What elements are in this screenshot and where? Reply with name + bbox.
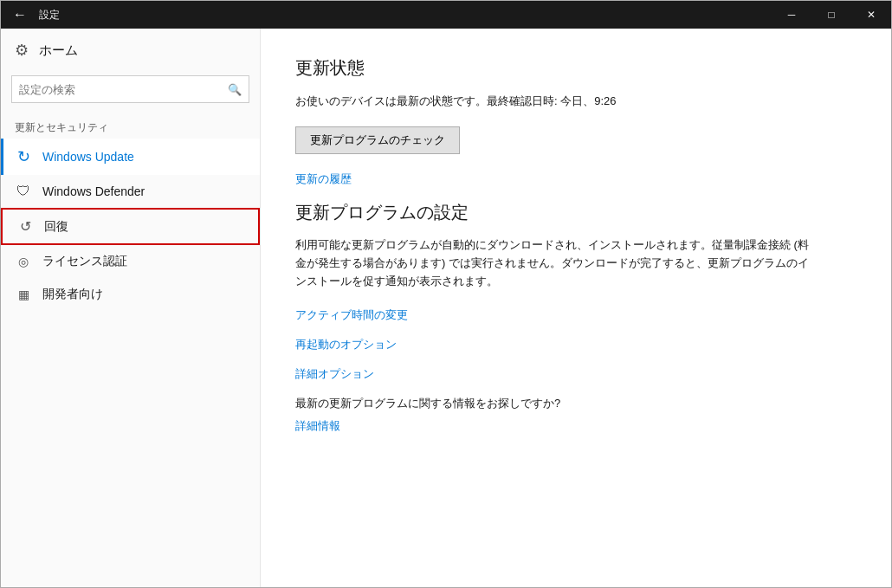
windows-update-icon: ↻ (15, 147, 32, 166)
search-box[interactable]: 🔍 (11, 75, 249, 103)
sidebar-item-developer[interactable]: ▦ 開発者向け (1, 278, 260, 311)
sidebar-item-windows-update[interactable]: ↻ Windows Update (1, 139, 260, 175)
update-status-title: 更新状態 (295, 56, 856, 80)
windows-defender-icon: 🛡 (15, 184, 32, 199)
main-area: ⚙ ホーム 🔍 更新とセキュリティ ↻ Windows Update 🛡 Win… (1, 29, 891, 587)
titlebar-title: 設定 (39, 8, 772, 23)
settings-window: ← 設定 ─ □ ✕ ⚙ ホーム 🔍 更新とセキュリティ (0, 0, 892, 588)
bottom-section: 最新の更新プログラムに関する情報をお探しですか? 詳細情報 (295, 396, 856, 434)
section-label: 更新とセキュリティ (1, 113, 260, 139)
sidebar-item-recovery[interactable]: ↺ 回復 (1, 208, 260, 245)
back-button[interactable]: ← (8, 3, 32, 27)
back-arrow-icon: ← (13, 7, 27, 23)
sidebar-item-windows-defender[interactable]: 🛡 Windows Defender (1, 175, 260, 208)
maximize-button[interactable]: □ (811, 1, 851, 29)
windows-defender-label: Windows Defender (42, 184, 145, 198)
titlebar: ← 設定 ─ □ ✕ (1, 1, 891, 29)
check-updates-button[interactable]: 更新プログラムのチェック (295, 126, 460, 154)
license-icon: ◎ (15, 255, 32, 268)
bottom-question: 最新の更新プログラムに関する情報をお探しですか? (295, 396, 856, 411)
search-icon: 🔍 (228, 83, 242, 96)
search-input[interactable] (19, 83, 223, 96)
status-text: お使いのデバイスは最新の状態です。最終確認日時: 今日、9:26 (295, 94, 856, 109)
sidebar-item-license[interactable]: ◎ ライセンス認証 (1, 245, 260, 278)
license-label: ライセンス認証 (42, 254, 127, 269)
active-hours-link[interactable]: アクティブ時間の変更 (295, 307, 856, 323)
recovery-label: 回復 (44, 219, 68, 235)
update-history-link[interactable]: 更新の履歴 (295, 171, 856, 187)
developer-icon: ▦ (15, 288, 32, 301)
developer-label: 開発者向け (42, 287, 103, 302)
restart-options-link[interactable]: 再起動のオプション (295, 337, 856, 352)
advanced-options-link[interactable]: 詳細オプション (295, 366, 856, 382)
detail-info-link[interactable]: 詳細情報 (295, 418, 856, 434)
home-icon: ⚙ (15, 41, 29, 60)
windows-update-label: Windows Update (42, 150, 134, 164)
sidebar: ⚙ ホーム 🔍 更新とセキュリティ ↻ Windows Update 🛡 Win… (1, 29, 261, 587)
search-container: 🔍 (1, 72, 260, 113)
home-label: ホーム (39, 42, 78, 59)
content-area: 更新状態 お使いのデバイスは最新の状態です。最終確認日時: 今日、9:26 更新… (261, 29, 891, 587)
recovery-icon: ↺ (16, 218, 34, 235)
close-button[interactable]: ✕ (851, 1, 891, 29)
settings-description: 利用可能な更新プログラムが自動的にダウンロードされ、インストールされます。従量制… (295, 236, 815, 290)
sidebar-item-home[interactable]: ⚙ ホーム (1, 29, 260, 72)
window-controls: ─ □ ✕ (772, 1, 891, 29)
settings-section-title: 更新プログラムの設定 (295, 201, 856, 224)
minimize-button[interactable]: ─ (772, 1, 811, 29)
